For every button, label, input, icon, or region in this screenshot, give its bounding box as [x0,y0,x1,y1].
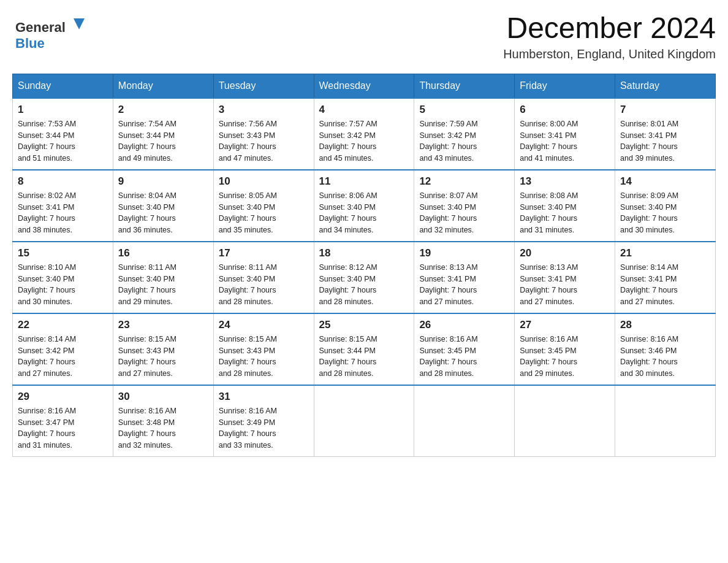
calendar-week-row: 1 Sunrise: 7:53 AM Sunset: 3:44 PM Dayli… [13,98,716,170]
day-info: Sunrise: 7:54 AM Sunset: 3:44 PM Dayligh… [118,118,208,164]
day-number: 24 [219,319,309,331]
day-info: Sunrise: 8:11 AM Sunset: 3:40 PM Dayligh… [219,262,309,308]
calendar-day-cell: 10 Sunrise: 8:05 AM Sunset: 3:40 PM Dayl… [213,170,314,242]
calendar-day-cell: 24 Sunrise: 8:15 AM Sunset: 3:43 PM Dayl… [213,313,314,385]
calendar-day-cell: 13 Sunrise: 8:08 AM Sunset: 3:40 PM Dayl… [515,170,615,242]
day-number: 26 [419,319,509,331]
logo-wordmark: General Blue [12,12,92,58]
day-info: Sunrise: 8:04 AM Sunset: 3:40 PM Dayligh… [118,190,208,236]
day-info: Sunrise: 8:16 AM Sunset: 3:48 PM Dayligh… [118,405,208,451]
day-info: Sunrise: 8:10 AM Sunset: 3:40 PM Dayligh… [18,262,108,308]
day-info: Sunrise: 8:15 AM Sunset: 3:43 PM Dayligh… [219,334,309,380]
calendar-day-cell [314,385,414,457]
day-info: Sunrise: 8:00 AM Sunset: 3:41 PM Dayligh… [520,118,610,164]
day-number: 5 [419,104,509,116]
calendar-day-cell: 7 Sunrise: 8:01 AM Sunset: 3:41 PM Dayli… [615,98,716,170]
calendar-day-cell: 16 Sunrise: 8:11 AM Sunset: 3:40 PM Dayl… [113,242,213,313]
calendar-week-row: 22 Sunrise: 8:14 AM Sunset: 3:42 PM Dayl… [13,313,716,385]
day-number: 12 [419,175,509,188]
day-number: 17 [219,247,309,259]
calendar-week-row: 29 Sunrise: 8:16 AM Sunset: 3:47 PM Dayl… [13,385,716,457]
calendar-day-cell: 19 Sunrise: 8:13 AM Sunset: 3:41 PM Dayl… [414,242,515,313]
header-sunday: Sunday [13,74,113,98]
day-info: Sunrise: 8:16 AM Sunset: 3:45 PM Dayligh… [520,334,610,380]
calendar-day-cell: 3 Sunrise: 7:56 AM Sunset: 3:43 PM Dayli… [213,98,314,170]
calendar-day-cell: 14 Sunrise: 8:09 AM Sunset: 3:40 PM Dayl… [615,170,716,242]
header-tuesday: Tuesday [213,74,314,98]
title-block: December 2024 Humberston, England, Unite… [503,12,716,61]
day-number: 15 [18,247,108,259]
day-number: 23 [118,319,208,331]
day-info: Sunrise: 7:57 AM Sunset: 3:42 PM Dayligh… [319,118,409,164]
day-info: Sunrise: 8:07 AM Sunset: 3:40 PM Dayligh… [419,190,509,236]
day-info: Sunrise: 8:16 AM Sunset: 3:49 PM Dayligh… [219,405,309,451]
calendar-day-cell: 12 Sunrise: 8:07 AM Sunset: 3:40 PM Dayl… [414,170,515,242]
calendar-day-cell: 29 Sunrise: 8:16 AM Sunset: 3:47 PM Dayl… [13,385,113,457]
day-info: Sunrise: 7:56 AM Sunset: 3:43 PM Dayligh… [219,118,309,164]
day-info: Sunrise: 8:05 AM Sunset: 3:40 PM Dayligh… [219,190,309,236]
calendar-day-cell [515,385,615,457]
day-number: 25 [319,319,409,331]
calendar-week-row: 15 Sunrise: 8:10 AM Sunset: 3:40 PM Dayl… [13,242,716,313]
page-header: General Blue December 2024 Humberston, E… [12,12,716,61]
day-info: Sunrise: 8:06 AM Sunset: 3:40 PM Dayligh… [319,190,409,236]
day-number: 3 [219,104,309,116]
calendar-day-cell: 22 Sunrise: 8:14 AM Sunset: 3:42 PM Dayl… [13,313,113,385]
day-number: 28 [620,319,710,331]
day-number: 9 [118,175,208,188]
calendar-day-cell: 28 Sunrise: 8:16 AM Sunset: 3:46 PM Dayl… [615,313,716,385]
calendar-day-cell [414,385,515,457]
day-number: 4 [319,104,409,116]
day-number: 20 [520,247,610,259]
header-monday: Monday [113,74,213,98]
calendar-day-cell: 27 Sunrise: 8:16 AM Sunset: 3:45 PM Dayl… [515,313,615,385]
calendar-day-cell: 31 Sunrise: 8:16 AM Sunset: 3:49 PM Dayl… [213,385,314,457]
day-info: Sunrise: 7:59 AM Sunset: 3:42 PM Dayligh… [419,118,509,164]
day-info: Sunrise: 8:13 AM Sunset: 3:41 PM Dayligh… [419,262,509,308]
day-number: 2 [118,104,208,116]
header-friday: Friday [515,74,615,98]
weekday-header-row: Sunday Monday Tuesday Wednesday Thursday… [13,74,716,98]
logo: General Blue [12,12,92,58]
svg-text:Blue: Blue [15,36,45,51]
calendar-week-row: 8 Sunrise: 8:02 AM Sunset: 3:41 PM Dayli… [13,170,716,242]
day-number: 31 [219,391,309,403]
day-info: Sunrise: 8:11 AM Sunset: 3:40 PM Dayligh… [118,262,208,308]
calendar-day-cell: 4 Sunrise: 7:57 AM Sunset: 3:42 PM Dayli… [314,98,414,170]
day-info: Sunrise: 8:16 AM Sunset: 3:45 PM Dayligh… [419,334,509,380]
calendar-header: Sunday Monday Tuesday Wednesday Thursday… [13,74,716,98]
header-saturday: Saturday [615,74,716,98]
calendar-day-cell: 17 Sunrise: 8:11 AM Sunset: 3:40 PM Dayl… [213,242,314,313]
calendar-day-cell: 23 Sunrise: 8:15 AM Sunset: 3:43 PM Dayl… [113,313,213,385]
day-info: Sunrise: 8:15 AM Sunset: 3:44 PM Dayligh… [319,334,409,380]
day-number: 7 [620,104,710,116]
day-number: 21 [620,247,710,259]
day-number: 27 [520,319,610,331]
day-info: Sunrise: 8:14 AM Sunset: 3:42 PM Dayligh… [18,334,108,380]
day-number: 16 [118,247,208,259]
day-number: 22 [18,319,108,331]
day-number: 29 [18,391,108,403]
day-info: Sunrise: 8:09 AM Sunset: 3:40 PM Dayligh… [620,190,710,236]
header-wednesday: Wednesday [314,74,414,98]
month-year-title: December 2024 [503,12,716,45]
calendar-day-cell: 30 Sunrise: 8:16 AM Sunset: 3:48 PM Dayl… [113,385,213,457]
calendar-body: 1 Sunrise: 7:53 AM Sunset: 3:44 PM Dayli… [13,98,716,457]
day-number: 1 [18,104,108,116]
day-number: 19 [419,247,509,259]
calendar-day-cell: 18 Sunrise: 8:12 AM Sunset: 3:40 PM Dayl… [314,242,414,313]
day-number: 8 [18,175,108,188]
day-number: 14 [620,175,710,188]
calendar-day-cell: 9 Sunrise: 8:04 AM Sunset: 3:40 PM Dayli… [113,170,213,242]
calendar-table: Sunday Monday Tuesday Wednesday Thursday… [12,74,716,457]
calendar-day-cell: 21 Sunrise: 8:14 AM Sunset: 3:41 PM Dayl… [615,242,716,313]
calendar-day-cell: 2 Sunrise: 7:54 AM Sunset: 3:44 PM Dayli… [113,98,213,170]
svg-marker-1 [74,18,85,29]
day-info: Sunrise: 8:16 AM Sunset: 3:46 PM Dayligh… [620,334,710,380]
calendar-day-cell: 20 Sunrise: 8:13 AM Sunset: 3:41 PM Dayl… [515,242,615,313]
calendar-day-cell: 15 Sunrise: 8:10 AM Sunset: 3:40 PM Dayl… [13,242,113,313]
calendar-day-cell: 1 Sunrise: 7:53 AM Sunset: 3:44 PM Dayli… [13,98,113,170]
day-info: Sunrise: 8:08 AM Sunset: 3:40 PM Dayligh… [520,190,610,236]
calendar-day-cell: 25 Sunrise: 8:15 AM Sunset: 3:44 PM Dayl… [314,313,414,385]
header-thursday: Thursday [414,74,515,98]
